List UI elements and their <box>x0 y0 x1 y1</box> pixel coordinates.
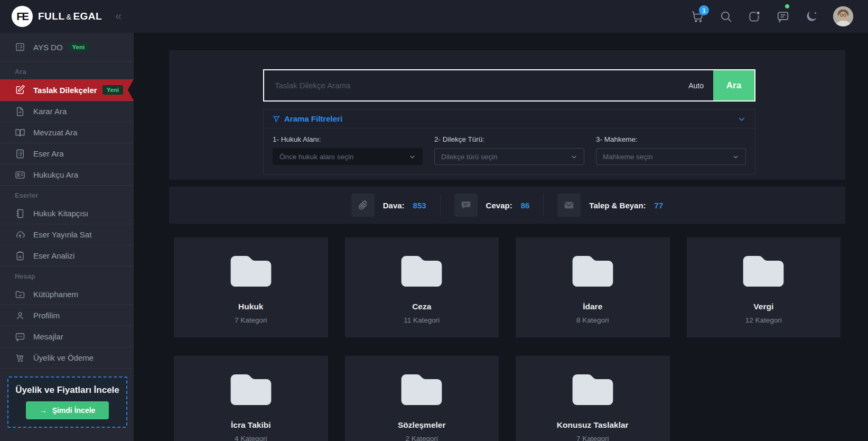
sidebar-item-taslak-dilekceler[interactable]: Taslak Dilekçeler Yeni <box>0 79 134 101</box>
folder-name: Ceza <box>412 302 431 311</box>
new-badge: Yeni <box>68 42 89 52</box>
sidebar-item-label: AYS DO <box>33 43 63 52</box>
new-badge: Yeni <box>102 85 124 95</box>
sidebar-item-ays-do[interactable]: AYS DO Yeni <box>0 33 134 62</box>
folder-name: Vergi <box>753 302 773 311</box>
folder-count: 2 Kategori <box>405 435 438 441</box>
sidebar-item-label: Hukukçu Ara <box>33 170 78 179</box>
mahkeme-select[interactable]: Mahkeme seçin <box>596 148 746 165</box>
stats-bar: Dava: 853 Cevap: 86 <box>169 187 845 224</box>
folder-check-icon <box>15 289 25 300</box>
stat-label: Dava: <box>383 201 405 210</box>
filters-header[interactable]: Arama Filtreleri <box>264 109 755 128</box>
folder-icon <box>572 255 613 287</box>
sidebar-item-label: Mevzuat Ara <box>33 128 77 137</box>
folder-count: 4 Kategori <box>235 435 267 441</box>
brand-name: FULL&EGAL <box>38 11 102 22</box>
sidebar-item-label: Profilim <box>33 311 60 320</box>
auto-label: Auto <box>688 81 704 90</box>
sidebar-item-label: Eser Analizi <box>33 251 74 260</box>
stat-value[interactable]: 853 <box>413 201 426 210</box>
cart-button[interactable]: 1 <box>690 10 704 23</box>
sidebar-item-mesajlar[interactable]: Mesajlar <box>0 326 134 347</box>
shopping-cart-icon <box>15 353 25 363</box>
select-placeholder: Dilekçe türü seçin <box>441 153 498 161</box>
main-content: Auto Ara Arama Filtreleri <box>134 33 868 441</box>
search-bar: Auto Ara <box>263 69 755 102</box>
search-input[interactable] <box>264 70 688 100</box>
messages-button[interactable] <box>776 10 790 23</box>
sidebar-item-profilim[interactable]: Profilim <box>0 305 134 326</box>
hukuk-alani-select[interactable]: Önce hukuk alanı seçin <box>273 148 423 165</box>
folder-count: 12 Kategori <box>745 316 782 324</box>
promo-cta-button[interactable]: → Şimdi İncele <box>26 401 109 419</box>
avatar[interactable] <box>833 6 853 26</box>
comment-icon <box>454 194 478 217</box>
notebook-icon <box>15 208 25 219</box>
cart-badge: 1 <box>699 5 709 15</box>
select-placeholder: Mahkeme seçin <box>603 153 653 161</box>
folder-count: 11 Kategori <box>404 316 440 324</box>
folder-card-vergi[interactable]: Vergi 12 Kategori <box>687 237 841 337</box>
folder-card-idare[interactable]: İdare 8 Kategori <box>516 237 670 337</box>
sidebar: AYS DO Yeni Ara Taslak Dilekçeler Yeni <box>0 33 134 441</box>
messages-online-dot <box>785 4 789 8</box>
dark-mode-button[interactable] <box>805 10 818 23</box>
stat-label: Talep & Beyan: <box>589 201 646 210</box>
folder-icon <box>401 255 442 287</box>
folder-card-icra-takibi[interactable]: İcra Takibi 4 Kategori <box>174 356 328 441</box>
dark-mode-moon-icon <box>805 10 818 23</box>
sidebar-item-eser-ara[interactable]: Eser Ara <box>0 143 134 164</box>
chevron-down-icon[interactable] <box>738 115 746 123</box>
chevron-down-icon <box>732 153 739 160</box>
checklist-icon <box>15 42 25 52</box>
arrow-right-icon: → <box>40 406 47 415</box>
search-button[interactable] <box>719 10 733 23</box>
brand-logo[interactable]: FE <box>12 6 33 27</box>
paperclip-icon <box>351 194 375 217</box>
folder-count: 7 Kategori <box>235 316 267 324</box>
sidebar-item-kutuphanem[interactable]: Kütüphanem <box>0 284 134 305</box>
sidebar-item-label: Hukuk Kitapçısı <box>33 209 88 218</box>
sidebar-section-ara: Ara <box>0 62 134 79</box>
sidebar-item-eser-analizi[interactable]: Eser Analizi <box>0 245 134 267</box>
notification-icon <box>748 10 761 23</box>
chevron-down-icon <box>409 153 416 160</box>
folder-icon <box>743 255 784 287</box>
folder-card-hukuk[interactable]: Hukuk 7 Kategori <box>174 237 328 337</box>
filter-label-mahkeme: 3- Mahkeme: <box>596 135 746 143</box>
sidebar-item-uyelik-ve-odeme[interactable]: Üyelik ve Ödeme <box>0 347 134 369</box>
notifications-button[interactable] <box>748 10 761 23</box>
sidebar-item-eser-yayinla-sat[interactable]: Eser Yayınla Sat <box>0 224 134 245</box>
stat-value[interactable]: 86 <box>521 201 530 210</box>
promo-title: Üyelik ve Fiyatları İncele <box>14 385 121 396</box>
collapse-sidebar-icon[interactable]: « <box>115 0 122 33</box>
stat-cevap: Cevap: 86 <box>454 194 530 217</box>
sidebar-item-label: Eser Yayınla Sat <box>33 230 91 239</box>
messages-icon <box>776 10 790 23</box>
stat-value[interactable]: 77 <box>655 201 664 210</box>
topbar: FE FULL&EGAL « 1 <box>0 0 868 33</box>
divider <box>543 194 544 217</box>
folder-card-konusuz-taslaklar[interactable]: Konusuz Taslaklar 7 Kategori <box>516 356 670 441</box>
sidebar-item-label: Üyelik ve Ödeme <box>33 353 94 362</box>
search-icon <box>719 10 733 23</box>
envelope-icon <box>557 194 581 217</box>
filters-title: Arama Filtreleri <box>284 114 342 123</box>
folder-name: Sözleşmeler <box>398 420 445 430</box>
avatar-photo <box>833 6 853 26</box>
search-submit-button[interactable]: Ara <box>713 70 754 100</box>
sidebar-item-mevzuat-ara[interactable]: Mevzuat Ara <box>0 122 134 143</box>
dilekce-turu-select[interactable]: Dilekçe türü seçin <box>434 148 584 165</box>
folder-name: Hukuk <box>238 302 263 311</box>
folder-icon <box>572 374 613 405</box>
sidebar-item-hukukcu-ara[interactable]: Hukukçu Ara <box>0 164 134 186</box>
folder-card-sozlesmeler[interactable]: Sözleşmeler 2 Kategori <box>345 356 499 441</box>
sidebar-item-label: Karar Ara <box>33 107 67 116</box>
sidebar-item-hukuk-kitapcisi[interactable]: Hukuk Kitapçısı <box>0 203 134 224</box>
folder-card-ceza[interactable]: Ceza 11 Kategori <box>345 237 499 337</box>
chevron-down-icon <box>571 153 577 160</box>
funnel-icon <box>273 115 280 123</box>
sidebar-item-karar-ara[interactable]: Karar Ara <box>0 101 134 122</box>
sidebar-item-label: Mesajlar <box>33 332 63 341</box>
